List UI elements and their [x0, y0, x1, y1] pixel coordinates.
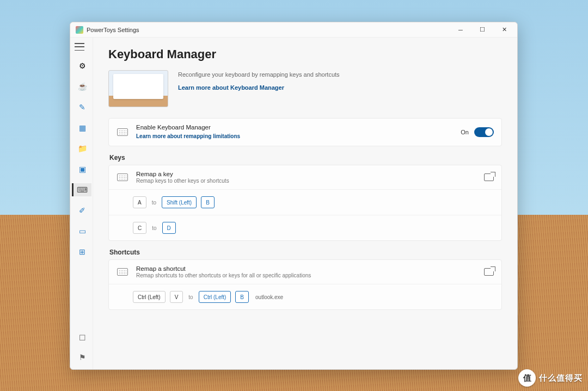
keyboard-icon: [117, 128, 128, 136]
enable-toggle[interactable]: [474, 127, 494, 137]
shortcuts-section-label: Shortcuts: [109, 249, 502, 256]
keyboard-icon: [117, 268, 128, 276]
gift-icon: ☐: [79, 333, 86, 342]
content-area: Keyboard Manager Reconfigure your keyboa…: [93, 38, 517, 369]
page-title: Keyboard Manager: [108, 47, 502, 61]
enable-title: Enable Keyboard Manager: [136, 124, 453, 131]
shortcut-mapping-row: Ctrl (Left) V to Ctrl (Left) B outlook.e…: [109, 284, 501, 309]
run-icon: ▭: [79, 227, 86, 235]
key-chip: D: [162, 222, 176, 234]
key-mapping-row: A to Shift (Left) B: [109, 189, 501, 215]
window-title: PowerToys Settings: [87, 27, 450, 33]
titlebar: PowerToys Settings ─ ☐ ✕: [70, 22, 517, 38]
sidebar-item-run[interactable]: ▭: [72, 225, 91, 238]
remap-shortcut-subtitle: Remap shortcuts to other shortcuts or ke…: [136, 272, 476, 278]
to-label: to: [152, 225, 156, 231]
remap-key-card: Remap a key Remap keys to other keys or …: [108, 165, 502, 241]
mug-icon: ☕: [78, 82, 87, 91]
key-chip: V: [170, 291, 183, 303]
key-chip: B: [235, 291, 249, 303]
keys-section-label: Keys: [109, 154, 502, 162]
key-chip: Ctrl (Left): [199, 291, 231, 303]
hero-description: Reconfigure your keyboard by remapping k…: [178, 71, 502, 78]
remap-shortcut-title: Remap a shortcut: [136, 265, 476, 272]
open-remap-key-button[interactable]: [484, 173, 494, 181]
sidebar-item-keyboardmanager[interactable]: ⌨: [72, 183, 91, 196]
hamburger-menu-button[interactable]: [75, 43, 84, 51]
learn-more-link[interactable]: Learn more about Keyboard Manager: [178, 84, 284, 91]
sidebar-item-general[interactable]: ⚙: [72, 59, 91, 72]
app-window: PowerToys Settings ─ ☐ ✕ ⚙ ☕ ✎ ▦ 📁 ▣ ⌨ ✐…: [70, 22, 518, 370]
settings-icon: ⚙: [79, 61, 86, 70]
folder-icon: 📁: [78, 144, 87, 153]
sidebar-item-fileexplorer[interactable]: 📁: [72, 142, 91, 155]
to-label: to: [188, 294, 193, 300]
remap-shortcut-card: Remap a shortcut Remap shortcuts to othe…: [108, 259, 502, 310]
hero-section: Reconfigure your keyboard by remapping k…: [108, 70, 502, 107]
key-chip: Shift (Left): [162, 196, 197, 208]
toggle-state-label: On: [461, 129, 469, 135]
key-chip: C: [133, 222, 146, 234]
maximize-button[interactable]: ☐: [471, 22, 493, 38]
sidebar-item-colorpicker[interactable]: ✎: [72, 101, 91, 114]
watermark: 值 什么值得买: [518, 369, 583, 387]
sidebar: ⚙ ☕ ✎ ▦ 📁 ▣ ⌨ ✐ ▭ ⊞ ☐ ⚑: [70, 38, 93, 369]
flag-icon: ⚑: [79, 353, 86, 362]
image-icon: ▣: [79, 165, 86, 173]
key-chip: B: [201, 196, 215, 208]
sidebar-item-awake[interactable]: ☕: [72, 80, 91, 93]
keyboard-icon: ⌨: [77, 185, 88, 194]
minimize-button[interactable]: ─: [450, 22, 471, 38]
hero-thumbnail: [108, 70, 168, 107]
sidebar-item-imageresizer[interactable]: ▣: [72, 163, 91, 176]
sidebar-item-powerrename[interactable]: ✐: [72, 204, 91, 217]
remapping-limitations-link[interactable]: Learn more about remapping limitations: [136, 133, 240, 139]
key-mapping-row: C to D: [109, 215, 501, 240]
sidebar-item-shortcutguide[interactable]: ⊞: [72, 245, 91, 258]
watermark-text: 什么值得买: [539, 373, 583, 383]
watermark-badge: 值: [518, 369, 536, 387]
key-chip: A: [133, 196, 146, 208]
remap-key-title: Remap a key: [136, 171, 476, 177]
eyedropper-icon: ✎: [79, 103, 85, 111]
close-button[interactable]: ✕: [493, 22, 515, 38]
keyboard-icon: [117, 173, 128, 182]
to-label: to: [152, 200, 156, 206]
sidebar-item-oobe[interactable]: ☐: [72, 331, 91, 344]
open-remap-shortcut-button[interactable]: [484, 268, 494, 276]
sidebar-item-flyout[interactable]: ⚑: [72, 351, 91, 364]
mapping-app-label: outlook.exe: [255, 294, 283, 300]
guide-icon: ⊞: [79, 247, 85, 256]
key-chip: Ctrl (Left): [133, 291, 166, 303]
enable-card: Enable Keyboard Manager Learn more about…: [108, 118, 502, 146]
zones-icon: ▦: [79, 123, 86, 132]
sidebar-item-fancyzones[interactable]: ▦: [72, 121, 91, 134]
rename-icon: ✐: [79, 206, 85, 215]
remap-key-subtitle: Remap keys to other keys or shortcuts: [136, 178, 476, 184]
app-icon: [76, 26, 83, 34]
